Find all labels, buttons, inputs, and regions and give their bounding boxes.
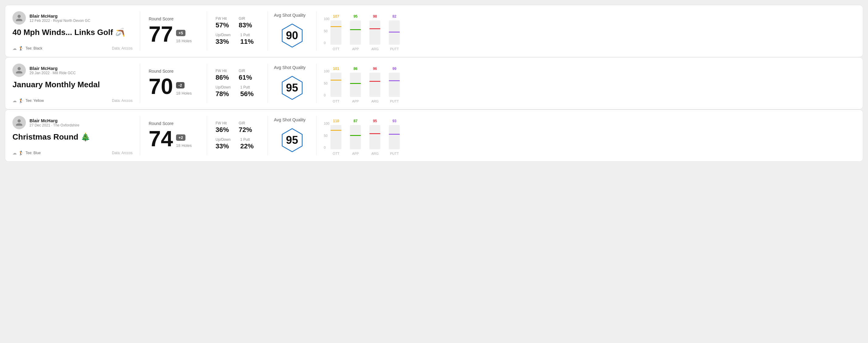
bar-bg: [369, 20, 380, 45]
oneputt-value: 56%: [240, 90, 253, 98]
bar-value: 107: [333, 14, 339, 19]
card-left: Blair McHarg 12 Feb 2022 · Royal North D…: [12, 11, 140, 51]
bar-x-label: ARG: [371, 47, 378, 51]
weather-icon: ☁: [12, 151, 17, 155]
round-card: Blair McHarg 12 Feb 2022 · Royal North D…: [5, 5, 863, 57]
updown-label: Up/Down: [216, 33, 230, 37]
bar-bg: [389, 73, 400, 97]
y-label: 0: [324, 41, 329, 45]
user-info: Blair McHarg 27 Dec 2021 · The Oxfordshi…: [30, 118, 79, 127]
y-label: 50: [324, 30, 329, 33]
bar-accent: [331, 80, 341, 81]
chart-column-arg: 96 ARG: [369, 67, 380, 103]
bar-accent: [350, 29, 361, 30]
y-label: 50: [324, 82, 329, 85]
oneputt-label: 1 Putt: [240, 85, 253, 89]
bar-bg: [389, 20, 400, 45]
quality-label: Avg Shot Quality: [274, 117, 306, 122]
fw-hit-stat: FW Hit 36%: [216, 121, 229, 134]
card-score: Round Score 77 +5 18 Holes: [140, 11, 207, 51]
score-holes: 18 Holes: [176, 91, 191, 95]
bar-x-label: OTT: [333, 152, 339, 155]
quality-label: Avg Shot Quality: [274, 13, 306, 18]
score-main: 74 +2 18 Holes: [149, 128, 198, 150]
score-number: 74: [149, 128, 173, 150]
updown-stat: Up/Down 33%: [216, 137, 230, 150]
user-meta: 29 Jan 2022 · Mill Ride GCC: [30, 71, 76, 75]
quality-score: 95: [286, 134, 298, 147]
bar-x-label: OTT: [333, 47, 339, 51]
bar-value: 95: [373, 119, 377, 123]
stats-row-top: FW Hit 57% GIR 83%: [216, 17, 259, 29]
bar-bg: [331, 73, 341, 97]
oneputt-stat: 1 Putt 22%: [240, 137, 253, 150]
bar-wrapper: [369, 125, 380, 149]
stats-row-top: FW Hit 86% GIR 61%: [216, 69, 259, 82]
user-meta: 12 Feb 2022 · Royal North Devon GC: [30, 19, 90, 23]
user-row: Blair McHarg 27 Dec 2021 · The Oxfordshi…: [12, 116, 132, 129]
bar-accent: [350, 135, 361, 136]
chart-column-ott: 101 OTT: [331, 67, 341, 103]
data-source: Data: Arccos: [112, 46, 132, 51]
hexagon-container: 95: [278, 126, 306, 154]
chart-column-app: 87 APP: [350, 119, 361, 155]
quality-score: 95: [286, 82, 298, 94]
chart-column-putt: 82 PUTT: [389, 14, 400, 51]
chart-bars: 110 OTT 87 APP 95 ARG 93: [331, 116, 400, 155]
bar-x-label: APP: [352, 47, 359, 51]
score-holes: 18 Holes: [176, 143, 191, 148]
updown-value: 33%: [216, 142, 230, 150]
fw-hit-label: FW Hit: [216, 69, 229, 73]
chart-bars: 101 OTT 86 APP 96 ARG 99: [331, 64, 400, 103]
oneputt-stat: 1 Putt 11%: [240, 33, 253, 45]
card-footer: ☁ 🏌 Tee: Yellow Data: Arccos: [12, 98, 132, 103]
chart-column-ott: 107 OTT: [331, 14, 341, 51]
bar-x-label: PUTT: [390, 47, 399, 51]
chart-column-app: 95 APP: [350, 14, 361, 51]
card-footer: ☁ 🏌 Tee: Blue Data: Arccos: [12, 151, 132, 155]
user-icon: [15, 14, 23, 22]
score-label: Round Score: [149, 69, 198, 73]
user-icon: [15, 119, 23, 126]
score-badge: -2: [176, 82, 185, 89]
bar-wrapper: [331, 20, 341, 45]
user-meta: 27 Dec 2021 · The Oxfordshire: [30, 123, 79, 127]
oneputt-stat: 1 Putt 56%: [240, 85, 253, 98]
card-left: Blair McHarg 29 Jan 2022 · Mill Ride GCC…: [12, 64, 140, 103]
y-label: 100: [324, 70, 329, 73]
fw-hit-value: 86%: [216, 73, 229, 82]
chart-column-arg: 95 ARG: [369, 119, 380, 155]
bar-x-label: APP: [352, 99, 359, 103]
bar-value: 99: [393, 67, 397, 71]
gir-label: GIR: [239, 69, 252, 73]
quality-score: 90: [286, 29, 298, 42]
fw-hit-stat: FW Hit 86%: [216, 69, 229, 82]
score-badge: +5: [176, 30, 185, 36]
oneputt-value: 11%: [240, 38, 253, 45]
y-label: 100: [324, 122, 329, 125]
quality-label: Avg Shot Quality: [274, 65, 306, 70]
avatar: [12, 116, 26, 129]
gir-label: GIR: [239, 17, 252, 21]
updown-stat: Up/Down 78%: [216, 85, 230, 98]
fw-hit-label: FW Hit: [216, 17, 229, 21]
updown-value: 78%: [216, 90, 230, 98]
card-score: Round Score 70 -2 18 Holes: [140, 64, 207, 103]
gir-value: 72%: [239, 126, 252, 134]
bar-wrapper: [350, 73, 361, 97]
bar-value: 95: [353, 14, 358, 19]
y-label: 50: [324, 134, 329, 137]
gir-stat: GIR 72%: [239, 121, 252, 134]
tee-label: Tee: Black: [26, 46, 42, 51]
bar-accent: [331, 26, 341, 27]
card-stats: FW Hit 57% GIR 83% Up/Down 33% 1 Putt: [207, 11, 268, 51]
avatar: [12, 11, 26, 25]
card-chart: 100500 101 OTT 86 APP 96: [316, 64, 856, 103]
card-chart: 100500 107 OTT 95 APP 98: [316, 11, 856, 51]
y-label: 100: [324, 17, 329, 21]
bar-accent: [369, 133, 380, 134]
score-label: Round Score: [149, 121, 198, 126]
bar-value: 98: [373, 14, 377, 19]
oneputt-label: 1 Putt: [240, 33, 253, 37]
y-label: 0: [324, 146, 329, 149]
